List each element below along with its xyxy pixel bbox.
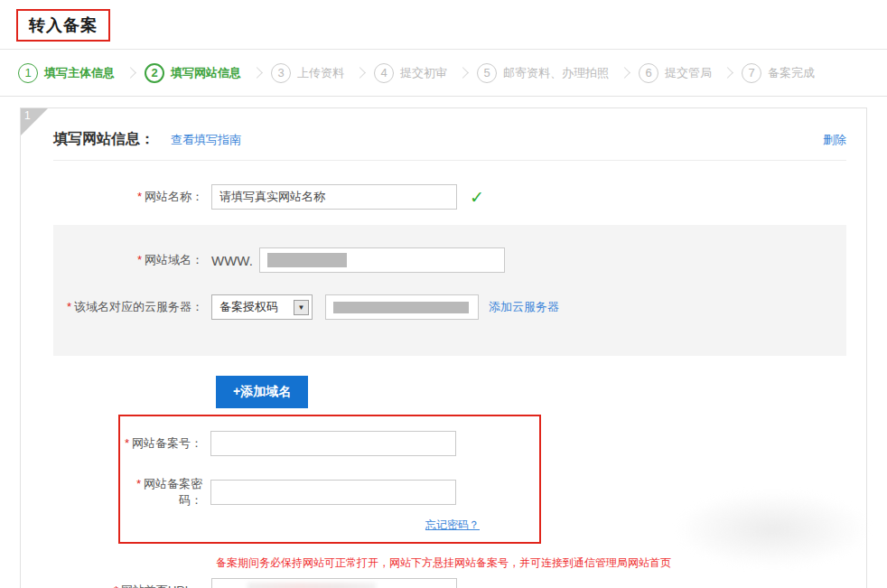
filing-notice-text: 备案期间务必保持网站可正常打开，网站下方悬挂网站备案号，并可连接到通信管理局网站… (216, 555, 866, 571)
cloud-server-label: *该域名对应的云服务器： (53, 299, 211, 315)
icp-password-row: *网站备案密码： (120, 476, 539, 509)
add-cloud-server-link[interactable]: 添加云服务器 (489, 299, 559, 315)
step-number-circle: 7 (742, 63, 761, 83)
server-type-selected-value: 备案授权码 (212, 299, 294, 315)
required-asterisk: * (125, 436, 129, 450)
add-domain-button[interactable]: +添加域名 (216, 376, 308, 408)
chevron-right-icon (251, 67, 263, 79)
chevron-down-icon[interactable]: ▼ (294, 300, 309, 315)
domain-server-section: *网站域名： WWW. *该域名对应的云服务器： 备案授权码 ▼ 添加云服务器 (53, 225, 846, 356)
redacted-domain-value (267, 253, 347, 267)
panel-header: 填写网站信息： 查看填写指南 删除 (53, 108, 846, 161)
forgot-password-link[interactable]: 忘记密码？ (425, 518, 480, 531)
page-header: 转入备案 (16, 9, 887, 42)
auth-code-input[interactable] (325, 294, 479, 320)
domain-row: *网站域名： WWW. (53, 247, 846, 273)
homepage-url-value: www (219, 584, 243, 588)
panel-corner-badge: 1 (21, 108, 48, 135)
step-label: 上传资料 (297, 65, 344, 81)
icp-password-label: *网站备案密码： (120, 476, 210, 509)
step-submit-to-bureau: 6 提交管局 (639, 63, 712, 83)
www-prefix: WWW. (211, 253, 253, 268)
step-filing-complete: 7 备案完成 (742, 63, 815, 83)
required-asterisk: * (136, 477, 141, 490)
cloud-server-row: *该域名对应的云服务器： 备案授权码 ▼ 添加云服务器 (53, 294, 846, 320)
view-guide-link[interactable]: 查看填写指南 (171, 132, 241, 148)
step-label: 填写主体信息 (44, 65, 115, 81)
required-asterisk: * (67, 300, 71, 313)
chevron-right-icon (457, 67, 469, 79)
step-number-circle: 6 (639, 63, 658, 83)
homepage-url-label: *网站首页URL： (21, 583, 211, 588)
domain-label: *网站域名： (53, 252, 211, 268)
panel-title: 填写网站信息： (53, 130, 154, 149)
icp-number-row: *网站备案号： (120, 431, 539, 456)
step-label: 备案完成 (768, 65, 815, 81)
redacted-homepage-url (247, 583, 376, 588)
step-number-circle: 3 (271, 63, 291, 83)
domain-input[interactable] (259, 247, 505, 273)
step-upload-materials: 3 上传资料 (271, 63, 344, 83)
delete-link[interactable]: 删除 (823, 132, 846, 148)
server-type-select[interactable]: 备案授权码 ▼ (211, 294, 313, 320)
homepage-url-input[interactable]: www (211, 578, 457, 588)
icp-number-input[interactable] (210, 431, 456, 456)
step-fill-website-info: 2 填写网站信息 (145, 63, 241, 83)
site-name-row: *网站名称： ✓ (21, 184, 866, 210)
step-fill-subject-info: 1 填写主体信息 (18, 63, 115, 83)
required-asterisk: * (137, 190, 142, 203)
step-label: 提交管局 (665, 65, 712, 81)
chevron-right-icon (619, 67, 630, 79)
progress-steps: 1 填写主体信息 2 填写网站信息 3 上传资料 4 提交初审 5 邮寄资料、办… (0, 50, 887, 97)
check-icon: ✓ (470, 187, 484, 208)
icp-number-label: *网站备案号： (120, 435, 210, 452)
website-info-panel: 1 填写网站信息： 查看填写指南 删除 *网站名称： ✓ *网站域名： WWW.… (20, 107, 867, 588)
icp-credentials-section: *网站备案号： *网站备案密码： 忘记密码？ (118, 415, 541, 544)
step-number-circle: 2 (145, 63, 164, 83)
chevron-right-icon (722, 67, 733, 79)
required-asterisk: * (137, 253, 142, 266)
add-domain-row: +添加域名 (216, 376, 866, 408)
forgot-password-row: 忘记密码？ (120, 516, 480, 533)
step-number-circle: 1 (18, 63, 38, 83)
chevron-right-icon (354, 67, 366, 79)
step-mail-materials-photo: 5 邮寄资料、办理拍照 (477, 63, 609, 83)
page-title: 转入备案 (16, 9, 110, 42)
step-label: 填写网站信息 (171, 65, 241, 81)
redacted-auth-code-value (333, 302, 469, 313)
icp-password-input[interactable] (210, 480, 456, 505)
site-name-label: *网站名称： (21, 189, 211, 205)
step-submit-preliminary-review: 4 提交初审 (374, 63, 447, 83)
step-number-circle: 5 (477, 63, 497, 83)
required-asterisk: * (114, 583, 118, 588)
step-label: 提交初审 (400, 65, 447, 81)
step-number-circle: 4 (374, 63, 394, 83)
homepage-url-row: *网站首页URL： www (21, 578, 866, 588)
step-label: 邮寄资料、办理拍照 (503, 65, 609, 81)
chevron-right-icon (125, 67, 136, 79)
site-name-input[interactable] (211, 184, 457, 210)
